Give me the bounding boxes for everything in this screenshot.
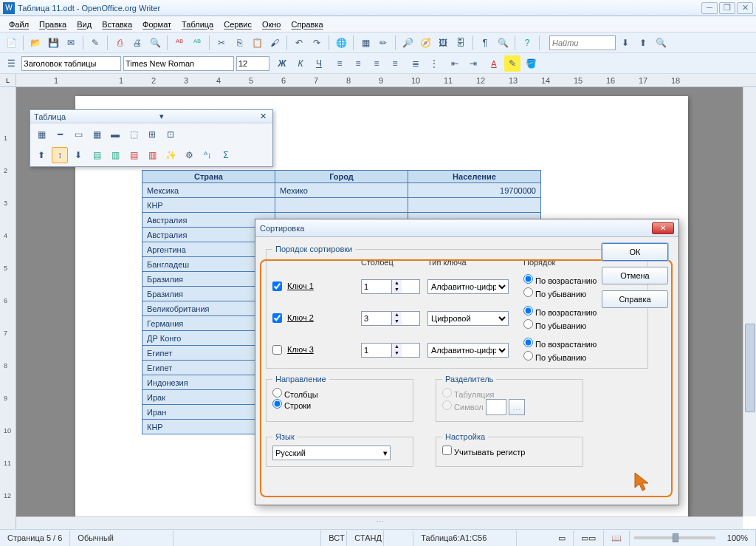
table-floating-toolbar[interactable]: Таблица ▾ ✕ ▦ ━ ▭ ▦ ▬ ⬚ ⊞ ⊡ ⬆ ↕ ⬇ ▤ ▥ ▤ …	[30, 109, 273, 167]
cut-icon[interactable]: ✂	[213, 35, 230, 51]
table-row[interactable]: КНР	[142, 198, 541, 213]
status-modified[interactable]	[384, 530, 413, 546]
minimize-button[interactable]: ─	[701, 2, 718, 14]
underline-icon[interactable]: Ч	[311, 55, 327, 72]
key-2-desc-radio[interactable]: По убыванию	[523, 319, 642, 330]
status-insert[interactable]: ВСТ	[321, 530, 347, 546]
horizontal-scrollbar[interactable]: ⋯	[16, 516, 743, 529]
line-style-icon[interactable]: ━	[52, 126, 68, 143]
table-new-icon[interactable]: ▦	[33, 126, 49, 143]
new-doc-icon[interactable]: 📄	[3, 35, 19, 51]
bold-icon[interactable]: Ж	[274, 55, 290, 72]
close-button[interactable]: ✕	[737, 2, 753, 14]
insert-row-icon[interactable]: ▤	[89, 147, 105, 163]
split-cells-icon[interactable]: ⊞	[144, 126, 160, 143]
style-select[interactable]	[21, 56, 121, 71]
delete-row-icon[interactable]: ▤	[126, 147, 142, 163]
font-color-icon[interactable]: A	[486, 55, 502, 72]
cancel-button[interactable]: Отмена	[602, 267, 668, 284]
status-selmode[interactable]: СТАНД	[347, 530, 384, 546]
undo-icon[interactable]: ↶	[291, 35, 307, 51]
autocheck-icon[interactable]: ᴬᴮ	[189, 35, 205, 51]
key-3-type-select[interactable]: Алфавитно-цифровой	[427, 343, 509, 358]
find-input[interactable]	[549, 35, 616, 50]
ok-button[interactable]: ОК	[602, 243, 668, 261]
key-2-type-select[interactable]: Цифровой	[427, 311, 509, 326]
fontsize-select[interactable]	[236, 56, 269, 71]
table-header[interactable]: Страна	[142, 171, 275, 183]
key-3-checkbox[interactable]: Ключ 3	[272, 345, 354, 355]
key-3-desc-radio[interactable]: По убыванию	[523, 351, 642, 362]
gallery-icon[interactable]: 🖼	[435, 35, 451, 51]
horizontal-ruler[interactable]: 1123456789101112131415161718	[16, 74, 756, 87]
key-1-type-select[interactable]: Алфавитно-цифровой	[427, 279, 509, 294]
align-justify-icon[interactable]: ≡	[387, 55, 403, 72]
table-cell[interactable]: 19700000	[408, 183, 541, 198]
font-select[interactable]	[123, 56, 234, 71]
status-selection[interactable]: Таблица6:A1:C56	[413, 530, 517, 546]
vertical-scrollbar[interactable]	[743, 87, 756, 516]
copy-icon[interactable]: ⎘	[231, 35, 247, 51]
show-draw-icon[interactable]: ✏	[375, 35, 391, 51]
help-button[interactable]: Справка	[602, 290, 668, 308]
menu-format[interactable]: Формат	[138, 18, 176, 30]
numbering-icon[interactable]: ≣	[408, 55, 424, 72]
align-vcenter-icon[interactable]: ↕	[52, 147, 68, 163]
direction-columns-radio[interactable]: Столбцы	[272, 390, 318, 399]
zoom-value[interactable]: 100%	[720, 530, 756, 546]
bgcolor-cell-icon[interactable]: ▬	[107, 126, 123, 143]
menu-file[interactable]: Файл	[4, 18, 33, 30]
find-all-icon[interactable]: 🔍	[653, 35, 669, 51]
table-header[interactable]: Город	[275, 171, 408, 183]
key-3-asc-radio[interactable]: По возрастанию	[523, 338, 642, 349]
menu-table[interactable]: Таблица	[177, 18, 218, 30]
match-case-checkbox[interactable]: Учитывать регистр	[442, 448, 525, 457]
float-toolbar-dropdown-icon[interactable]: ▾	[157, 112, 166, 121]
menu-view[interactable]: Вид	[72, 18, 96, 30]
dialog-close-icon[interactable]: ✕	[652, 222, 674, 234]
navigator-icon[interactable]: 🧭	[417, 35, 433, 51]
status-style[interactable]: Обычный	[70, 530, 173, 546]
find-icon[interactable]: 🔎	[399, 35, 416, 51]
status-page[interactable]: Страница 5 / 6	[0, 530, 70, 546]
autoformat-icon[interactable]: ✨	[162, 147, 179, 163]
line-color-icon[interactable]: ▭	[70, 126, 86, 143]
spellcheck-icon[interactable]: ᴬᴮ	[171, 35, 188, 51]
email-icon[interactable]: ✉	[63, 35, 79, 51]
italic-icon[interactable]: К	[292, 55, 309, 72]
key-2-checkbox[interactable]: Ключ 2	[272, 313, 354, 324]
sum-icon[interactable]: Σ	[218, 147, 234, 163]
language-select[interactable]: Русский▾	[272, 446, 391, 460]
align-left-icon[interactable]: ≡	[331, 55, 348, 72]
optimize-icon[interactable]: ⊡	[162, 126, 179, 143]
table-icon[interactable]: ▦	[357, 35, 374, 51]
align-center-icon[interactable]: ≡	[350, 55, 366, 72]
help-icon[interactable]: ?	[519, 35, 535, 51]
preview-icon[interactable]: 🔍	[147, 35, 163, 51]
align-top-icon[interactable]: ⬆	[33, 147, 49, 163]
table-cell[interactable]: Мексика	[142, 183, 275, 198]
table-cell[interactable]	[275, 198, 408, 213]
menu-help[interactable]: Справка	[286, 18, 327, 30]
save-icon[interactable]: 💾	[45, 35, 61, 51]
key-1-column-spinner[interactable]: ▲▼	[361, 279, 420, 294]
menu-insert[interactable]: Вставка	[97, 18, 137, 30]
table-row[interactable]: МексикаМехико19700000	[142, 183, 541, 198]
key-3-column-spinner[interactable]: ▲▼	[361, 343, 420, 358]
table-header[interactable]: Население	[408, 171, 541, 183]
print-icon[interactable]: 🖨	[129, 35, 145, 51]
vertical-ruler[interactable]: 123456789101112	[0, 87, 16, 529]
float-toolbar-close-icon[interactable]: ✕	[258, 112, 269, 121]
indent-inc-icon[interactable]: ⇥	[465, 55, 481, 72]
float-toolbar-title[interactable]: Таблица ▾ ✕	[30, 110, 272, 123]
insert-col-icon[interactable]: ▥	[107, 147, 123, 163]
find-prev-icon[interactable]: ⬆	[635, 35, 651, 51]
datasources-icon[interactable]: 🗄	[453, 35, 469, 51]
view-book-icon[interactable]: 📖	[604, 530, 630, 546]
bullets-icon[interactable]: ⋮	[426, 55, 442, 72]
status-language[interactable]	[173, 530, 321, 546]
redo-icon[interactable]: ↷	[309, 35, 325, 51]
paste-icon[interactable]: 📋	[249, 35, 265, 51]
bgcolor-icon[interactable]: 🪣	[523, 55, 539, 72]
table-props-icon[interactable]: ⚙	[181, 147, 197, 163]
